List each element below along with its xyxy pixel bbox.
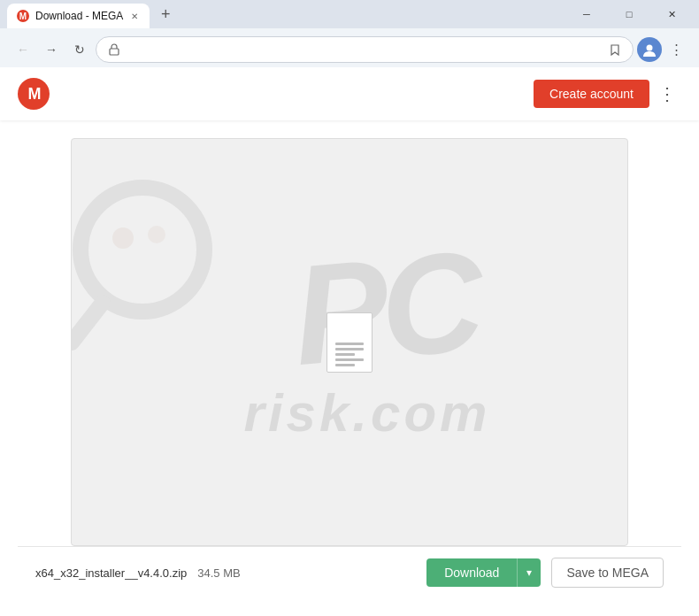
file-icon (326, 312, 373, 373)
file-icon-lines (335, 343, 364, 366)
bottom-bar: x64_x32_installer__v4.4.0.zip 34.5 MB Do… (18, 546, 681, 598)
svg-point-3 (647, 45, 653, 51)
mega-logo[interactable]: M (18, 78, 50, 110)
download-dropdown-button[interactable]: ▾ (517, 558, 541, 587)
file-line-1 (335, 343, 364, 345)
file-preview-container: PC risk.com (71, 138, 628, 546)
save-to-mega-button[interactable]: Save to MEGA (551, 558, 664, 588)
svg-line-5 (72, 303, 103, 343)
svg-point-6 (112, 227, 134, 249)
window-controls: ─ □ ✕ (566, 0, 692, 28)
security-icon (107, 42, 121, 57)
mega-logo-text: M (28, 85, 40, 104)
bookmark-icon[interactable] (608, 42, 622, 57)
tab-title: Download - MEGA (35, 10, 123, 22)
main-content: PC risk.com x64_x32_installer__v4.4 (0, 120, 699, 616)
toolbar-right: ⋮ (637, 37, 688, 62)
download-button[interactable]: Download (426, 558, 517, 587)
file-line-2 (335, 348, 364, 350)
address-bar-icons (608, 42, 622, 57)
nav-bar: ← → ↻ (7, 32, 692, 67)
back-button[interactable]: ← (11, 37, 35, 62)
download-arrow-icon: ▾ (526, 566, 532, 579)
menu-button[interactable]: ⋮ (664, 37, 688, 62)
mega-more-button[interactable]: ⋮ (653, 80, 681, 108)
file-name: x64_x32_installer__v4.4.0.zip (35, 566, 187, 580)
profile-button[interactable] (637, 37, 662, 62)
maximize-button[interactable]: □ (609, 0, 649, 28)
svg-point-7 (148, 226, 165, 243)
file-line-4 (335, 358, 364, 361)
svg-point-4 (81, 188, 204, 312)
tab-close-button[interactable]: ✕ (128, 10, 141, 22)
address-bar[interactable] (96, 36, 634, 63)
svg-text:M: M (19, 12, 27, 21)
page-area: M Create account ⋮ (0, 67, 699, 616)
download-button-group: Download ▾ (426, 558, 541, 587)
mega-header: M Create account ⋮ (0, 67, 699, 120)
svg-rect-2 (110, 49, 119, 55)
watermark-pc: PC (288, 230, 481, 387)
new-tab-button[interactable]: + (155, 4, 176, 25)
watermark-risk: risk.com (244, 382, 491, 443)
create-account-button[interactable]: Create account (534, 80, 649, 108)
magnifier-watermark (71, 174, 231, 351)
file-size: 34.5 MB (197, 566, 240, 580)
forward-button[interactable]: → (39, 37, 64, 62)
reload-button[interactable]: ↻ (67, 37, 92, 62)
tab-favicon: M (16, 9, 30, 23)
title-bar: M Download - MEGA ✕ + ─ □ ✕ (0, 0, 699, 28)
close-button[interactable]: ✕ (651, 0, 692, 28)
browser-tab[interactable]: M Download - MEGA ✕ (7, 4, 150, 28)
file-line-5 (335, 364, 355, 366)
os-window: M Download - MEGA ✕ + ─ □ ✕ ← → ↻ (0, 0, 699, 616)
file-line-3 (335, 353, 355, 356)
minimize-button[interactable]: ─ (566, 0, 607, 28)
browser-chrome: ← → ↻ (0, 28, 699, 67)
